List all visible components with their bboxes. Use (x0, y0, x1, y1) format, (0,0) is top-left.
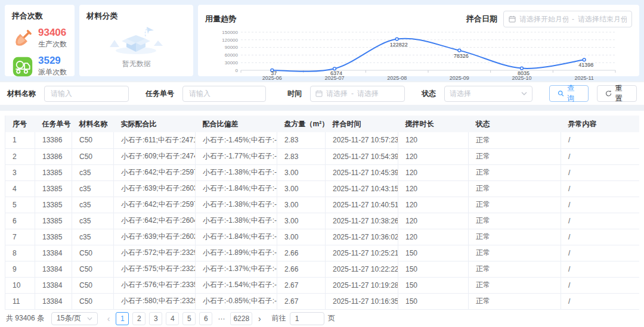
usage-trend-title: 用量趋势 (205, 14, 236, 24)
cell: 小石子:-1.84%;中石子:-0.4... (196, 229, 277, 245)
cell: 4 (5, 180, 35, 197)
cell: 正常 (469, 293, 561, 309)
cell: 小石子:639;中石子:2602;砂:2... (114, 229, 196, 245)
production-count-label: 生产次数 (38, 39, 67, 49)
production-count-row: 93406 生产次数 (12, 27, 67, 49)
cell: 3.00 (277, 229, 326, 245)
cell: 2025-11-27 10:57:23 (326, 132, 398, 148)
cell: 正常 (469, 197, 561, 213)
cell: 小石子:-1.38%;中石子:-0.6... (196, 164, 277, 180)
page-button-4[interactable]: 4 (166, 312, 179, 325)
goto-label: 前往 (272, 313, 286, 323)
goto-page-input[interactable] (290, 312, 324, 325)
cell: 150 (398, 277, 469, 293)
cell: 120 (398, 180, 469, 197)
next-page-icon[interactable]: › (256, 314, 264, 323)
dispatch-count-value: 3529 (38, 55, 67, 66)
time-end-placeholder: 请选择 (357, 89, 379, 99)
svg-text:78326: 78326 (454, 53, 469, 59)
page-button-6228[interactable]: 6228 (230, 312, 252, 325)
cell: 正常 (469, 213, 561, 229)
calendar-icon (509, 15, 516, 23)
cell: 2.83 (277, 148, 326, 164)
cell: C50 (72, 132, 114, 148)
cell: 2025-11-27 10:25:21 (326, 245, 398, 261)
cell: 正常 (469, 180, 561, 197)
cell: 3.00 (277, 213, 326, 229)
cell: 2.66 (277, 261, 326, 277)
cell: 6 (5, 213, 35, 229)
cell: 120 (398, 164, 469, 180)
trend-chart: 03000060000900001200001500002025-062025-… (205, 27, 632, 83)
page-button-6[interactable]: 6 (199, 312, 212, 325)
goto-suffix: 页 (328, 313, 335, 323)
task-no-input[interactable] (182, 86, 266, 102)
table-row: 113386C50小石子:611;中石子:2471;砂:2...小石子:-1.4… (5, 132, 640, 148)
cell: 小石子:642;中石子:2604;砂:2... (114, 213, 196, 229)
cell: 13385 (35, 213, 72, 229)
cell: 正常 (469, 229, 561, 245)
page-button-5[interactable]: 5 (182, 312, 196, 325)
calendar-icon (315, 90, 323, 97)
chevron-down-icon (521, 92, 527, 95)
svg-text:60000: 60000 (225, 52, 239, 58)
table-body: 113386C50小石子:611;中石子:2471;砂:2...小石子:-1.4… (5, 132, 640, 309)
search-button-label: 查询 (567, 83, 580, 104)
cell: 2025-11-27 10:19:28 (326, 277, 398, 293)
cell: 3.00 (277, 180, 326, 197)
production-count: 93406 生产次数 (38, 27, 67, 49)
cell: 2.66 (277, 245, 326, 261)
cell: 正常 (469, 277, 561, 293)
cell: 小石子:572;中石子:2329;砂:2... (114, 245, 196, 261)
empty-state: 暂无数据 (86, 21, 186, 70)
time-range-picker[interactable]: 请选择 - 请选择 (310, 86, 405, 102)
cell: 小石子:-1.77%;中石子:-0.4... (196, 148, 277, 164)
cell: 小石子:575;中石子:2322;砂:2... (114, 261, 196, 277)
page-button-2[interactable]: 2 (132, 312, 145, 325)
pagination: 共 93406 条 15条/页 ‹ 123456···6228 › 前往 页 (5, 310, 639, 327)
cell: 小石子:580;中石子:2329;砂:2... (114, 293, 196, 309)
table-row: 813384C50小石子:572;中石子:2329;砂:2...小石子:-1.8… (5, 245, 640, 261)
status-select[interactable]: 请选择 (444, 86, 532, 102)
reset-button[interactable]: 重置 (597, 85, 637, 102)
prev-page-icon[interactable]: ‹ (105, 314, 113, 323)
cell: 150 (398, 293, 469, 309)
cell: 小石子:639;中石子:2603;砂:2... (114, 180, 196, 197)
mix-date-label: 拌合日期 (466, 14, 497, 24)
mix-date-range-picker[interactable]: 请选择开始月份 - 请选择结束月份 (503, 11, 632, 27)
material-name-input[interactable] (44, 86, 129, 102)
cell: 2025-11-27 10:54:39 (326, 148, 398, 164)
records-table: 序号 任务单号 材料名称 实际配合比 配合比偏差 盘方量（m²） 拌合时间 搅拌… (5, 116, 639, 310)
page-ellipsis[interactable]: ··· (216, 314, 227, 323)
col-actual-ratio: 实际配合比 (114, 116, 196, 132)
cell: / (561, 197, 640, 213)
cell: 小石子:611;中石子:2471;砂:2... (114, 132, 196, 148)
svg-text:90000: 90000 (225, 45, 239, 50)
cell: 13384 (35, 245, 72, 261)
cell: C50 (72, 261, 114, 277)
cell: 2025-11-27 10:45:39 (326, 164, 398, 180)
date-separator: - (572, 15, 574, 23)
dispatch-count-label: 派单次数 (38, 67, 67, 77)
page-size-select[interactable]: 15条/页 (51, 312, 98, 325)
search-button[interactable]: 查询 (549, 85, 589, 102)
table-row: 1013384C50小石子:576;中石子:2335;砂:2...小石子:-1.… (5, 277, 640, 293)
cell: C50 (72, 277, 114, 293)
table-row: 1113384C50小石子:580;中石子:2329;砂:2...小石子:-0.… (5, 293, 640, 309)
cell: 小石子:-1.89%;中石子:-0.2... (196, 245, 277, 261)
search-icon (558, 90, 564, 97)
page-button-3[interactable]: 3 (149, 312, 162, 325)
records-table-panel: 序号 任务单号 材料名称 实际配合比 配合比偏差 盘方量（m²） 拌合时间 搅拌… (0, 111, 644, 327)
svg-text:41398: 41398 (578, 62, 593, 68)
cell: 小石子:609;中石子:2474;砂:2... (114, 148, 196, 164)
svg-text:0: 0 (236, 68, 239, 73)
page-button-1[interactable]: 1 (116, 312, 129, 325)
mixer-truck-icon (12, 56, 33, 77)
cell: c35 (72, 213, 114, 229)
cell: 3.00 (277, 164, 326, 180)
dispatch-count: 3529 派单次数 (38, 55, 67, 77)
material-category-card: 材料分类 暂无数据 (79, 5, 193, 76)
svg-text:2025-09: 2025-09 (450, 75, 469, 81)
cell: 1 (5, 132, 35, 148)
table-row: 913384C50小石子:575;中石子:2322;砂:2...小石子:-1.3… (5, 261, 640, 277)
